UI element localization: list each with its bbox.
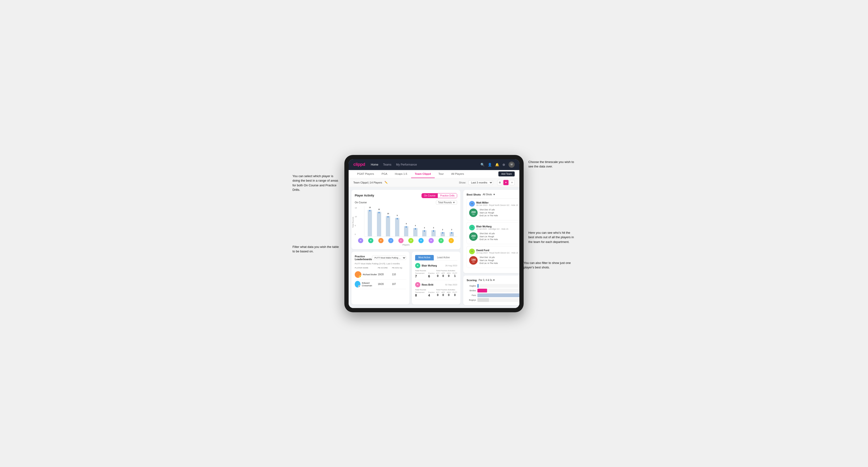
user-avatar[interactable]: M <box>508 161 515 168</box>
player-avatar-1: B <box>368 238 373 243</box>
practice-drills-toggle[interactable]: Practice Drills <box>438 193 457 198</box>
scoring-header: Scoring Par 3, 4 & 5s ▼ All Players ▼ <box>467 279 519 282</box>
scoring-card: Scoring Par 3, 4 & 5s ▼ All Players ▼ Ea… <box>463 276 519 305</box>
bar-2[interactable]: 10 <box>386 216 390 236</box>
scoring-par-filter[interactable]: Par 3, 4 & 5s ▼ <box>478 279 495 281</box>
lb-score-2: 18/20 <box>378 283 392 285</box>
nav-teams[interactable]: Teams <box>383 163 391 166</box>
nav-my-performance[interactable]: My Performance <box>396 163 417 166</box>
shot-player-header-3: D David Ford 24 Aug 2023 · Royal North D… <box>469 249 519 254</box>
lb-col-pb-avg: PB AVG SQ <box>392 267 406 269</box>
shot-details-3: 198 SG Shot Dist: 16 yds Start Lie: Roug… <box>469 256 519 266</box>
tab-team-clippd[interactable]: Team Clippd <box>411 170 435 178</box>
bar-3[interactable]: 9 <box>395 218 399 236</box>
shot-badge-3: 198 SG <box>469 256 478 264</box>
player-avatar-2: D <box>378 238 383 243</box>
heart-view-btn[interactable]: ♥ <box>503 180 508 185</box>
shot-player-info-1: M Matt Miller 09 Jun 2023 · Royal North … <box>469 201 518 207</box>
lb-col-headers: PLAYER NAME PB SCORE PB AVG SQ <box>355 267 406 269</box>
shot-player-header-1: M Matt Miller 09 Jun 2023 · Royal North … <box>469 201 519 207</box>
right-panel: Best Shots All Shots ▼ All Players ▼ <box>463 190 519 305</box>
bar-6[interactable]: 3 <box>422 230 427 236</box>
tab-tour[interactable]: Tour <box>435 170 447 178</box>
practice-val-2: 4 <box>428 293 434 297</box>
practice-leaderboard-card: Practice Leaderboards PUTT Must Make Put… <box>351 252 409 305</box>
shot-card-2[interactable]: B Blair McHarg 23 Jul 2023 · Ashridge GC… <box>467 222 519 244</box>
lb-row-2[interactable]: 2 Edward Crossman 18/20 107 <box>355 280 406 289</box>
scoring-title: Scoring <box>467 279 477 282</box>
bar-group-7: 3 <box>429 206 438 236</box>
bar-group-8: 2 <box>438 206 447 236</box>
least-active-tab[interactable]: Least Active <box>434 255 453 260</box>
left-panel: Player Activity On Course Practice Drill… <box>351 190 460 305</box>
list-view-btn[interactable]: ≡ <box>509 180 515 185</box>
shot-avatar-2: B <box>469 225 475 230</box>
player-activity-header: Player Activity On Course Practice Drill… <box>355 193 457 198</box>
lb-badge-2: 2 <box>358 285 361 287</box>
scoring-row-0: Eagles3 <box>467 284 519 288</box>
practice-val-1: 6 <box>428 274 434 278</box>
bar-group-3: 9 <box>393 206 402 236</box>
view-icons: ⊞ ♥ ≡ <box>497 180 515 185</box>
bell-icon[interactable]: 🔔 <box>495 163 499 166</box>
total-rounds-filter[interactable]: Total Rounds ▼ <box>436 200 457 205</box>
tab-hcaps[interactable]: Hcaps 1-5 <box>391 170 411 178</box>
lb-name-1: Richard Butler <box>363 273 377 276</box>
lb-row-1[interactable]: 1 Richard Butler 19/20 110 <box>355 270 406 280</box>
player-avatar-8: E <box>438 238 444 243</box>
leaderboard-title: Practice Leaderboards <box>355 255 372 261</box>
tab-all-players[interactable]: All Players <box>447 170 468 178</box>
tournament-val-1: 7 <box>415 274 425 278</box>
players-x-label: Players <box>355 244 457 246</box>
users-icon[interactable]: 👤 <box>488 163 492 166</box>
bar-0[interactable]: 13 <box>368 210 372 236</box>
shot-badge-1: 200 SG <box>469 209 478 217</box>
team-bar: Team Clippd | 14 Players ✏️ Show: Last 3… <box>349 178 519 187</box>
lb-avatar-2: 2 <box>355 281 361 287</box>
bar-5[interactable]: 4 <box>413 228 417 236</box>
scoring-row-1: Birdies96 <box>467 289 519 292</box>
bar-4[interactable]: 5 <box>404 226 408 236</box>
annotation-topleft: You can select which player is doing the… <box>292 174 340 192</box>
bar-1[interactable]: 12 <box>377 212 381 236</box>
top-nav: clippd Home Teams My Performance 🔍 👤 🔔 ⊕… <box>349 159 519 170</box>
shot-card-1[interactable]: M Matt Miller 09 Jun 2023 · Royal North … <box>467 198 519 220</box>
leaderboard-header: Practice Leaderboards PUTT Must Make Put… <box>355 255 406 261</box>
shot-player-info-3: D David Ford 24 Aug 2023 · Royal North D… <box>469 249 518 254</box>
most-active-tab[interactable]: Most Active <box>415 255 434 260</box>
drill-select[interactable]: PUTT Must Make Putting ... <box>372 256 406 260</box>
shot-player-name-3: David Ford <box>476 249 518 252</box>
tablet-screen: clippd Home Teams My Performance 🔍 👤 🔔 ⊕… <box>349 159 519 308</box>
shot-badge-2: 200 SG <box>469 232 478 241</box>
activity-player-name-1: B Blair McHarg <box>415 263 437 268</box>
shot-info-3: Shot Dist: 16 yds Start Lie: Rough End L… <box>479 256 518 265</box>
shot-player-name-2: Blair McHarg <box>476 225 508 228</box>
on-course-toggle[interactable]: On Course <box>422 193 438 198</box>
time-period-select[interactable]: Last 3 months Last 6 months Last year <box>468 180 493 185</box>
edit-icon[interactable]: ✏️ <box>384 181 388 184</box>
player-avatars: BBDJEGRMEL <box>355 238 457 243</box>
bar-group-5: 4 <box>411 206 420 236</box>
shot-card-3[interactable]: D David Ford 24 Aug 2023 · Royal North D… <box>467 246 519 268</box>
grid-view-btn[interactable]: ⊞ <box>497 180 502 185</box>
lb-player-info-1: 1 Richard Butler <box>355 271 378 278</box>
bottom-left-row: Practice Leaderboards PUTT Must Make Put… <box>351 252 460 305</box>
shot-info-2: Shot Dist: 43 yds Start Lie: Rough End L… <box>479 232 518 241</box>
bar-7[interactable]: 3 <box>431 230 436 236</box>
tab-pga[interactable]: PGA <box>378 170 391 178</box>
add-team-button[interactable]: Add Team <box>498 172 515 177</box>
shot-player-meta-1: 09 Jun 2023 · Royal North Devon GC · Hol… <box>476 204 518 206</box>
nav-home[interactable]: Home <box>371 163 378 166</box>
shots-type-filter[interactable]: All Shots ▼ <box>483 193 495 196</box>
shot-info-1: Shot Dist: 67 yds Start Lie: Rough End L… <box>479 208 518 217</box>
plus-circle-icon[interactable]: ⊕ <box>502 163 505 166</box>
bar-8[interactable]: 2 <box>441 232 445 236</box>
tab-pgat-players[interactable]: PGAT Players <box>353 170 378 178</box>
chart-area: On Course Total Rounds ▼ 15 10 <box>355 200 457 246</box>
bar-9[interactable]: 2 <box>450 232 454 236</box>
player-avatar-7: M <box>429 238 434 243</box>
player-avatar-6: R <box>418 238 424 243</box>
search-icon[interactable]: 🔍 <box>480 163 485 166</box>
annotation-topright: Choose the timescale you wish to see the… <box>528 160 576 169</box>
scoring-row-2: Pars499 <box>467 293 519 297</box>
